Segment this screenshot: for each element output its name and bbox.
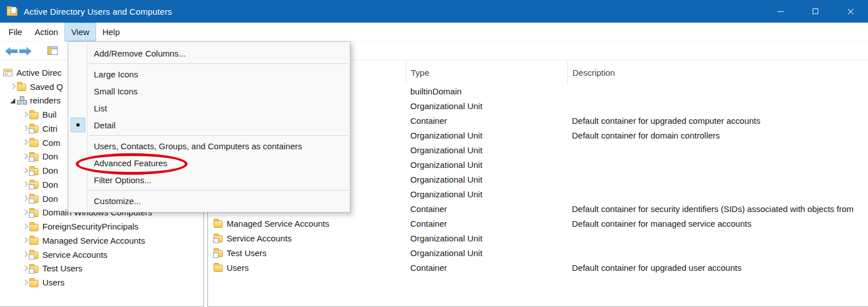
chevron-right-icon[interactable]: [20, 222, 29, 231]
chevron-right-icon[interactable]: [20, 166, 29, 175]
radio-selected-indicator: [71, 118, 85, 132]
column-header-description[interactable]: Description: [567, 61, 868, 84]
menu-item-customize[interactable]: Customize...: [68, 192, 350, 209]
menu-item-list[interactable]: List: [68, 100, 350, 116]
titlebar: Active Directory Users and Computers: [0, 0, 868, 23]
row-name: Managed Service Accounts: [227, 219, 329, 228]
menu-separator: [88, 63, 349, 64]
minimize-button[interactable]: [763, 0, 798, 23]
menu-item-label: List: [94, 103, 107, 113]
tree-item-label: ForeignSecurityPrincipals: [42, 222, 138, 231]
menu-item-filter-options[interactable]: Filter Options...: [68, 171, 350, 188]
chevron-right-icon[interactable]: [20, 194, 29, 203]
row-name: Test Users: [227, 248, 267, 258]
menu-view[interactable]: View: [64, 23, 96, 41]
ou-folder-icon: [29, 168, 38, 175]
row-type: Container: [406, 204, 567, 214]
folder-icon: [29, 280, 38, 287]
table-row[interactable]: Test Users Organizational Unit: [208, 245, 868, 260]
row-type: Organizational Unit: [406, 234, 567, 243]
tree-item-test-users[interactable]: Test Users: [0, 262, 203, 276]
folder-icon: [29, 237, 38, 245]
tree-item-label: Saved Q: [30, 82, 63, 92]
maximize-icon: [813, 8, 818, 14]
menu-item-users-contacts-containers[interactable]: Users, Contacts, Groups, and Computers a…: [68, 137, 350, 154]
ou-folder-icon: [29, 196, 38, 203]
menu-help[interactable]: Help: [96, 23, 126, 41]
row-type: Container: [406, 116, 567, 126]
tree-item-label: Don: [42, 152, 58, 161]
chevron-right-icon[interactable]: [20, 180, 29, 189]
row-type: Organizational Unit: [406, 160, 567, 170]
folder-icon: [214, 220, 223, 228]
ou-folder-icon: [29, 252, 38, 259]
chevron-right-icon[interactable]: [8, 82, 17, 91]
tree-item-label: Don: [42, 166, 58, 175]
row-name: Service Accounts: [227, 234, 292, 243]
ou-folder-icon: [29, 126, 38, 133]
close-button[interactable]: [833, 0, 868, 23]
menu-action[interactable]: Action: [28, 23, 64, 41]
minimize-icon: [778, 11, 784, 12]
close-icon: [847, 8, 854, 15]
chevron-right-icon[interactable]: [20, 124, 29, 133]
chevron-right-icon[interactable]: [20, 110, 29, 119]
tree-item-foreign-security-principals[interactable]: ForeignSecurityPrincipals: [0, 219, 203, 234]
tree-item-managed-service-accounts[interactable]: Managed Service Accounts: [0, 234, 203, 248]
chevron-right-icon[interactable]: [20, 138, 29, 147]
row-type: Organizational Unit: [406, 131, 567, 140]
row-type: Container: [406, 219, 567, 228]
ou-folder-icon: [29, 154, 38, 161]
tree-item-label: Com: [42, 138, 60, 148]
menu-item-advanced-features[interactable]: Advanced Features: [68, 154, 350, 171]
view-menu-dropdown: Add/Remove Columns... Large Icons Small …: [68, 41, 350, 213]
tree-item-label: Service Accounts: [42, 250, 107, 260]
chevron-right-icon[interactable]: [20, 278, 29, 287]
tree-item-label: Test Users: [42, 263, 83, 273]
row-type: Organizational Unit: [406, 189, 567, 199]
row-description: Default container for upgraded computer …: [567, 116, 868, 126]
menubar: File Action View Help: [0, 23, 868, 42]
table-row[interactable]: Users Container Default container for up…: [208, 260, 868, 275]
tree-item-label: reinders: [30, 96, 60, 105]
table-row[interactable]: Service Accounts Organizational Unit: [208, 231, 868, 245]
tree-item-label: Citri: [42, 124, 58, 133]
menu-item-small-icons[interactable]: Small Icons: [68, 83, 350, 100]
chevron-right-icon[interactable]: [20, 152, 29, 161]
aduc-root-icon: [3, 69, 12, 76]
window-controls: [763, 0, 868, 23]
menu-item-large-icons[interactable]: Large Icons: [68, 66, 350, 83]
menu-item-label: Users, Contacts, Groups, and Computers a…: [94, 141, 302, 151]
maximize-button[interactable]: [798, 0, 833, 23]
folder-icon: [29, 112, 38, 119]
table-row[interactable]: Managed Service Accounts Container Defau…: [208, 216, 868, 231]
row-description: Default container for upgraded user acco…: [567, 263, 868, 273]
ou-folder-icon: [29, 181, 38, 189]
console-tree-icon[interactable]: [47, 46, 58, 55]
menu-item-label: Filter Options...: [94, 175, 151, 185]
chevron-right-icon[interactable]: [20, 250, 29, 259]
menu-separator: [88, 135, 349, 136]
chevron-down-icon[interactable]: [8, 96, 17, 105]
ou-folder-icon: [214, 250, 223, 257]
chevron-right-icon[interactable]: [20, 264, 29, 273]
chevron-right-icon[interactable]: [20, 236, 29, 245]
menu-item-detail[interactable]: Detail: [68, 116, 350, 133]
tree-item-label: Buil: [42, 110, 57, 119]
menu-file[interactable]: File: [2, 23, 28, 41]
column-header-type[interactable]: Type: [406, 61, 567, 84]
ou-folder-icon: [29, 266, 38, 273]
menu-item-label: Add/Remove Columns...: [94, 49, 186, 58]
tree-item-users[interactable]: Users: [0, 275, 203, 289]
chevron-right-icon[interactable]: [20, 208, 29, 217]
row-type: Organizational Unit: [406, 248, 567, 258]
app-icon: [7, 8, 18, 16]
forward-arrow-icon[interactable]: [19, 47, 32, 55]
menu-item-add-remove-columns[interactable]: Add/Remove Columns...: [68, 45, 350, 62]
back-arrow-icon[interactable]: [5, 47, 18, 55]
row-name: Users: [227, 263, 249, 273]
tree-item-label: Don: [42, 194, 58, 204]
menu-item-label: Large Icons: [94, 70, 138, 79]
ou-folder-icon: [29, 210, 38, 217]
tree-item-service-accounts[interactable]: Service Accounts: [0, 248, 203, 262]
